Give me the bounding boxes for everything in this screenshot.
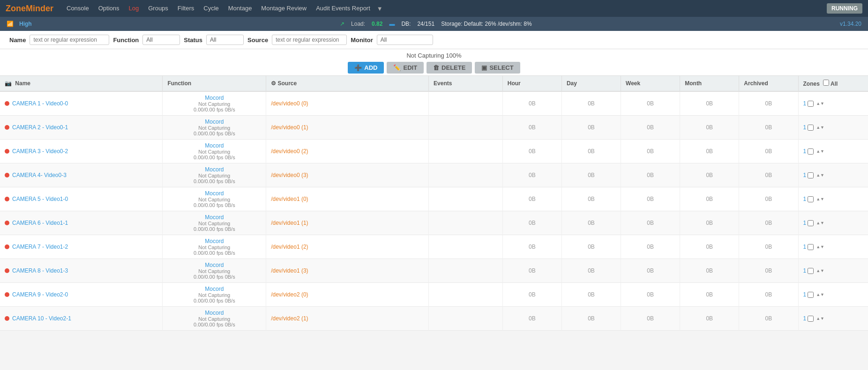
zones-link[interactable]: 1 xyxy=(803,100,807,107)
nav-more-icon[interactable]: ▼ xyxy=(377,5,383,12)
status-dot xyxy=(5,316,9,321)
td-source[interactable]: /dev/video0 (1) xyxy=(266,116,429,140)
function-name[interactable]: Mocord xyxy=(167,142,261,149)
zones-link[interactable]: 1 xyxy=(803,244,807,250)
delete-button[interactable]: 🗑 DELETE xyxy=(427,62,472,74)
zones-link[interactable]: 1 xyxy=(803,267,807,274)
add-button[interactable]: ➕ ADD xyxy=(348,62,384,74)
zones-link[interactable]: 1 xyxy=(803,196,807,202)
select-button[interactable]: ▣ SELECT xyxy=(475,62,520,74)
col-function[interactable]: Function xyxy=(163,76,266,91)
name-input[interactable] xyxy=(30,35,109,45)
sort-arrows[interactable]: ▲▼ xyxy=(816,317,824,321)
nav-cycle[interactable]: Cycle xyxy=(199,0,224,17)
camera-name-link[interactable]: CAMERA 4- Video0-3 xyxy=(12,172,67,178)
sort-arrows[interactable]: ▲▼ xyxy=(816,245,824,249)
col-month[interactable]: Month xyxy=(680,76,739,91)
camera-name-link[interactable]: CAMERA 9 - Video2-0 xyxy=(12,291,68,298)
col-events[interactable]: Events xyxy=(429,76,503,91)
td-source[interactable]: /dev/video1 (1) xyxy=(266,211,429,235)
camera-name-link[interactable]: CAMERA 1 - Video0-0 xyxy=(12,100,68,107)
nav-groups[interactable]: Groups xyxy=(143,0,173,17)
td-week: 0B xyxy=(621,116,680,140)
row-checkbox[interactable] xyxy=(808,268,814,274)
trash-icon: 🗑 xyxy=(433,64,439,71)
td-source[interactable]: /dev/video2 (1) xyxy=(266,307,429,331)
camera-name-link[interactable]: CAMERA 7 - Video1-2 xyxy=(12,244,68,250)
camera-name-link[interactable]: CAMERA 2 - Video0-1 xyxy=(12,124,68,131)
camera-name-link[interactable]: CAMERA 5 - Video1-0 xyxy=(12,196,68,202)
camera-name-link[interactable]: CAMERA 3 - Video0-2 xyxy=(12,148,68,155)
sort-arrows[interactable]: ▲▼ xyxy=(816,126,824,130)
source-input[interactable] xyxy=(272,35,347,45)
row-checkbox[interactable] xyxy=(808,148,814,155)
high-status[interactable]: High xyxy=(19,21,32,27)
col-hour[interactable]: Hour xyxy=(502,76,561,91)
col-name-label[interactable]: Name xyxy=(15,80,30,87)
function-name[interactable]: Mocord xyxy=(167,262,261,268)
sort-arrows[interactable]: ▲▼ xyxy=(816,197,824,201)
nav-montage-review[interactable]: Montage Review xyxy=(256,0,311,17)
function-name[interactable]: Mocord xyxy=(167,286,261,292)
sort-arrows[interactable]: ▲▼ xyxy=(816,269,824,273)
nav-audit-events[interactable]: Audit Events Report xyxy=(311,0,375,17)
sort-arrows[interactable]: ▲▼ xyxy=(816,102,824,106)
monitor-input[interactable] xyxy=(377,35,433,45)
zones-link[interactable]: 1 xyxy=(803,148,807,155)
nav-filters[interactable]: Filters xyxy=(173,0,199,17)
td-source[interactable]: /dev/video1 (0) xyxy=(266,187,429,211)
td-source[interactable]: /dev/video2 (0) xyxy=(266,283,429,307)
sort-arrows[interactable]: ▲▼ xyxy=(816,149,824,154)
status-input[interactable] xyxy=(206,35,244,45)
row-checkbox[interactable] xyxy=(808,196,814,202)
sort-arrows[interactable]: ▲▼ xyxy=(816,173,824,178)
nav-log[interactable]: Log xyxy=(124,0,144,17)
td-source[interactable]: /dev/video0 (0) xyxy=(266,91,429,116)
function-name[interactable]: Mocord xyxy=(167,214,261,221)
col-day[interactable]: Day xyxy=(561,76,621,91)
td-source[interactable]: /dev/video1 (3) xyxy=(266,259,429,283)
zones-link[interactable]: 1 xyxy=(803,172,807,178)
function-name[interactable]: Mocord xyxy=(167,190,261,197)
sort-arrows[interactable]: ▲▼ xyxy=(816,221,824,225)
nav-options[interactable]: Options xyxy=(94,0,124,17)
zones-link[interactable]: 1 xyxy=(803,124,807,131)
function-name[interactable]: Mocord xyxy=(167,238,261,244)
function-name[interactable]: Mocord xyxy=(167,310,261,316)
zones-label[interactable]: Zones xyxy=(803,81,820,87)
camera-name-link[interactable]: CAMERA 6 - Video1-1 xyxy=(12,220,68,226)
zones-link[interactable]: 1 xyxy=(803,220,807,226)
function-name[interactable]: Mocord xyxy=(167,95,261,101)
row-checkbox[interactable] xyxy=(808,125,814,131)
edit-button[interactable]: ✏️ EDIT xyxy=(387,62,424,74)
camera-name-link[interactable]: CAMERA 8 - Video1-3 xyxy=(12,267,68,274)
row-checkbox[interactable] xyxy=(808,172,814,178)
col-week[interactable]: Week xyxy=(621,76,680,91)
col-source-label[interactable]: Source xyxy=(278,80,297,87)
td-source[interactable]: /dev/video1 (2) xyxy=(266,235,429,259)
add-label: ADD xyxy=(364,64,377,71)
function-name[interactable]: Mocord xyxy=(167,118,261,125)
td-source[interactable]: /dev/video0 (2) xyxy=(266,140,429,163)
row-checkbox[interactable] xyxy=(808,316,814,322)
brand-logo[interactable]: ZoneMinder xyxy=(6,4,53,14)
select-all-checkbox[interactable] xyxy=(823,80,829,86)
row-checkbox[interactable] xyxy=(808,292,814,298)
function-status: Not Capturing xyxy=(167,221,261,226)
sort-arrows[interactable]: ▲▼ xyxy=(816,293,824,297)
td-source[interactable]: /dev/video0 (3) xyxy=(266,163,429,187)
camera-name-link[interactable]: CAMERA 10 - Video2-1 xyxy=(12,315,71,322)
col-archived[interactable]: Archived xyxy=(739,76,798,91)
td-name: CAMERA 7 - Video1-2 xyxy=(0,235,163,259)
nav-console[interactable]: Console xyxy=(62,0,94,17)
row-checkbox[interactable] xyxy=(808,244,814,250)
row-checkbox[interactable] xyxy=(808,220,814,226)
row-checkbox[interactable] xyxy=(808,101,814,107)
zones-link[interactable]: 1 xyxy=(803,291,807,298)
function-input[interactable] xyxy=(142,35,180,45)
nav-montage[interactable]: Montage xyxy=(224,0,257,17)
function-fps: 0.00/0.00 fps 0B/s xyxy=(167,226,261,232)
statusbar: 📶 High ↗ Load: 0.82 ▬ DB: 24/151 Storage… xyxy=(0,17,868,31)
function-name[interactable]: Mocord xyxy=(167,166,261,173)
zones-link[interactable]: 1 xyxy=(803,315,807,322)
